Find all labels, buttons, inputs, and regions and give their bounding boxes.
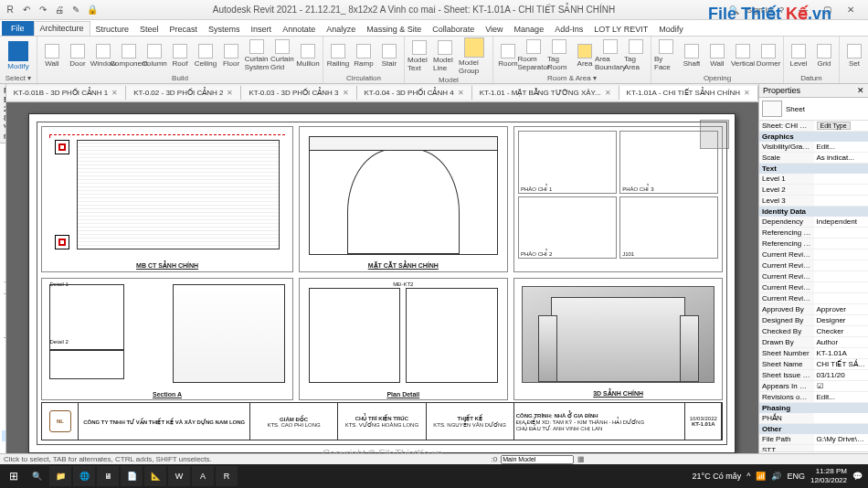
start-button[interactable]: ⊞ bbox=[0, 470, 27, 483]
taskbar-pin[interactable]: 📄 bbox=[121, 466, 143, 486]
ribbon-tab-file[interactable]: File bbox=[2, 21, 34, 36]
viewport-3d[interactable]: 3D SẢNH CHÍNH bbox=[513, 278, 723, 400]
edit-type-button[interactable]: Edit Type bbox=[817, 122, 851, 130]
property-row[interactable]: DependencyIndependent bbox=[759, 217, 868, 228]
taskbar-pin[interactable]: 🌐 bbox=[73, 466, 95, 486]
column-button[interactable]: Column bbox=[143, 44, 166, 68]
viewport-plan-detail[interactable]: MĐ-KT2 Plan Detail bbox=[299, 278, 508, 400]
property-row[interactable]: Sheet NumberKT-1.01A bbox=[759, 348, 868, 359]
tree-node[interactable]: DANH MỤC BẢN VẼ PHẦN KIẾN TRÚC bbox=[2, 321, 5, 332]
area-button[interactable]: Area bbox=[573, 44, 597, 68]
close-tab-icon[interactable]: ✕ bbox=[744, 89, 750, 97]
tree-node[interactable]: + KT-0.01A - DANH MỤC BẢN VẼ KIẾN TRÚC bbox=[2, 365, 5, 376]
doc-tab[interactable]: KT-0.01B - 3D PHỐI CẢNH 1✕ bbox=[6, 86, 126, 100]
property-row[interactable]: ScaleAs indicat... bbox=[759, 153, 868, 164]
property-row[interactable]: Level 1 bbox=[759, 174, 868, 185]
property-row[interactable]: File PathG:\My Drive\3 ... bbox=[759, 434, 868, 445]
tag-room-button[interactable]: Tag Room bbox=[547, 39, 571, 71]
wall-button[interactable]: Wall bbox=[705, 44, 729, 68]
doc-tab[interactable]: KT-0.03 - 3D PHỐI CẢNH 3✕ bbox=[241, 86, 356, 100]
type-selector[interactable]: Sheet bbox=[759, 98, 868, 121]
close-tab-icon[interactable]: ✕ bbox=[458, 89, 464, 97]
curtain-system-button[interactable]: Curtain System bbox=[245, 39, 269, 71]
tree-node[interactable]: + KT-0.02 - 3D PHỐI CẢNH 2 bbox=[2, 387, 5, 398]
tree-node[interactable]: + KT-1.01B - CHI TIẾT CỘT KT1 -SẢNH CHÍN… bbox=[2, 441, 5, 452]
tree-node[interactable]: + KT-0.01B - 3D PHỐI CẢNH 1 bbox=[2, 376, 5, 387]
curtain-grid-button[interactable]: Curtain Grid bbox=[270, 39, 294, 71]
property-row[interactable]: Sheet Issue Date03/11/20 bbox=[759, 370, 868, 381]
property-row[interactable]: Current Revisio... bbox=[759, 260, 868, 271]
viewport-details-profiles[interactable]: PHÀO CHỈ 1 PHÀO CHỈ 3 PHÀO CHỈ 2 J101 bbox=[513, 126, 723, 272]
by-face-button[interactable]: By Face bbox=[654, 39, 678, 71]
tree-node[interactable]: + KT-1.01 - MẶT BẰNG TƯỜNG XÂY TẦNG 1 ..… bbox=[2, 419, 5, 430]
volume-icon[interactable]: 🔊 bbox=[771, 472, 781, 481]
tree-node[interactable]: BẢNG THỐNG KÊ CỬA ĐI bbox=[2, 310, 5, 321]
close-tab-icon[interactable]: ✕ bbox=[605, 89, 611, 97]
ribbon-tab-annotate[interactable]: Annotate bbox=[277, 23, 321, 36]
tree-node[interactable]: + KT-1.01A - CHI TIẾT SẢNH CHÍNH bbox=[2, 430, 5, 441]
tree-node[interactable]: Structural Plan: ĐỈNH MÁI 2 bbox=[2, 211, 5, 222]
taskbar-pin[interactable]: W bbox=[168, 466, 190, 486]
language-indicator[interactable]: ENG bbox=[787, 472, 805, 481]
grid-button[interactable]: Grid bbox=[812, 44, 836, 68]
tree-node[interactable]: + Legends bbox=[2, 277, 5, 288]
taskbar-pin[interactable]: 🖥 bbox=[97, 466, 119, 486]
close-tab-icon[interactable]: ✕ bbox=[227, 89, 233, 97]
shaft-button[interactable]: Shaft bbox=[680, 44, 704, 68]
ribbon-tab-systems[interactable]: Systems bbox=[203, 23, 246, 36]
property-row[interactable]: Approved ByApprover bbox=[759, 304, 868, 315]
stair-button[interactable]: Stair bbox=[377, 44, 401, 68]
viewport-plan[interactable]: MB CT SẢNH CHÍNH bbox=[41, 126, 292, 272]
property-row[interactable]: Current Revisio... bbox=[759, 282, 868, 293]
tree-node[interactable]: Structural Plan: NỀN SÀN bbox=[2, 255, 5, 266]
area-boundary-button[interactable]: Area Boundary bbox=[598, 39, 622, 71]
ribbon-tab-modify[interactable]: Modify bbox=[653, 23, 689, 36]
modify-button[interactable]: Modify bbox=[3, 41, 34, 70]
taskbar-pin[interactable]: A bbox=[192, 466, 214, 486]
tree-node[interactable]: + KT-000 - BÌA bbox=[2, 354, 5, 365]
ribbon-tab-architecture[interactable]: Architecture bbox=[34, 21, 90, 36]
set-button[interactable]: Set bbox=[842, 44, 866, 68]
tree-node[interactable]: Floor Plan: TẦNG 2 bbox=[2, 145, 5, 156]
property-row[interactable]: Referencing Sh... bbox=[759, 228, 868, 239]
ribbon-tab-structure[interactable]: Structure bbox=[90, 23, 135, 36]
close-tab-icon[interactable]: ✕ bbox=[111, 89, 118, 97]
close-button[interactable]: ✕ bbox=[839, 2, 863, 18]
tray-chevron-icon[interactable]: ^ bbox=[746, 472, 750, 481]
canvas[interactable]: MB CT SẢNH CHÍNH MẶT CẮT SẢNH CHÍNH bbox=[6, 102, 758, 464]
property-row[interactable]: PHẦN bbox=[759, 413, 868, 424]
tree-node[interactable]: − ??? bbox=[2, 343, 5, 354]
ribbon-tab-analyze[interactable]: Analyze bbox=[321, 23, 361, 36]
railing-button[interactable]: Railing bbox=[326, 44, 350, 68]
room-separator-button[interactable]: Room Separator bbox=[522, 39, 545, 71]
doc-tab[interactable]: KT-0.02 - 3D PHỐI CẢNH 2✕ bbox=[126, 86, 241, 100]
workset-selector[interactable] bbox=[501, 455, 574, 464]
property-row[interactable]: Appears In Shee...☑ bbox=[759, 381, 868, 392]
tree-node[interactable]: BẢNG THỐNG KHÊ CỬA SỔ bbox=[2, 299, 5, 310]
print-icon[interactable]: 🖨 bbox=[53, 4, 66, 16]
app-menu-icon[interactable]: R bbox=[4, 4, 16, 16]
component-button[interactable]: Component bbox=[117, 44, 141, 68]
notifications-icon[interactable]: 💬 bbox=[852, 472, 863, 481]
room-button[interactable]: Room bbox=[496, 44, 520, 68]
tree-node[interactable]: − Sheets (SET 1 - 1 LEVEL) bbox=[2, 332, 5, 343]
vertical-button[interactable]: Vertical bbox=[731, 44, 755, 68]
browser-tree[interactable]: Floor Plan: TẦNG 2 Floor Plan: ĐỈNH MÁI … bbox=[0, 143, 5, 464]
tree-node[interactable]: + KT-0.04 - 3D PHỐI CẢNH 4 bbox=[2, 408, 5, 419]
property-row[interactable]: Current Revisio... bbox=[759, 271, 868, 282]
tree-node[interactable]: Structural Plan: MẶT BẰNG KẾT CẤU TẦNG 2 bbox=[2, 244, 5, 255]
property-row[interactable]: Visibility/Graphi...Edit... bbox=[759, 142, 868, 153]
tree-node[interactable]: − II.MB KẾT CẤU bbox=[2, 222, 5, 233]
ribbon-tab-view[interactable]: View bbox=[480, 23, 508, 36]
close-panel-icon[interactable]: ✕ bbox=[857, 86, 864, 95]
tree-node[interactable]: Floor Plan: ĐỈNH MÁI bbox=[2, 156, 5, 167]
lock-icon[interactable]: 🔒 bbox=[86, 4, 99, 16]
viewport-column-details[interactable]: Detail 1 Detail 2 Section A bbox=[41, 278, 292, 400]
wall-button[interactable]: Wall bbox=[40, 44, 64, 68]
ribbon-tab-precast[interactable]: Precast bbox=[164, 23, 204, 36]
viewport-section[interactable]: MẶT CẮT SẢNH CHÍNH bbox=[299, 126, 508, 272]
ribbon-tab-add-ins[interactable]: Add-Ins bbox=[549, 23, 588, 36]
ribbon-tab-massing-site[interactable]: Massing & Site bbox=[361, 23, 427, 36]
property-row[interactable]: Referencing De... bbox=[759, 239, 868, 249]
property-row[interactable]: Designed ByDesigner bbox=[759, 315, 868, 326]
